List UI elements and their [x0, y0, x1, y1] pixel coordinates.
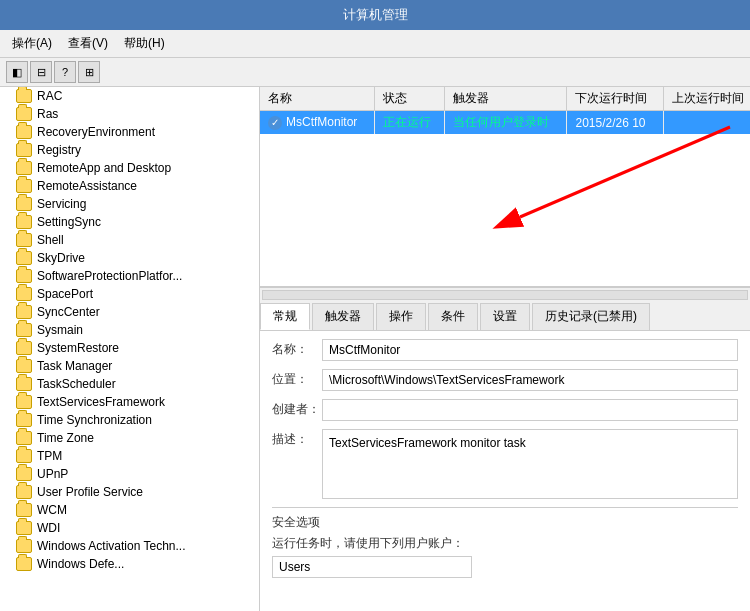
tree-item[interactable]: Time Zone [0, 429, 259, 447]
folder-icon [16, 89, 32, 103]
table-row[interactable]: ✓MsCtfMonitor正在运行当任何用户登录时2015/2/26 10 [260, 111, 750, 135]
tree-item[interactable]: TPM [0, 447, 259, 465]
tree-item-label: RemoteApp and Desktop [37, 161, 171, 175]
desc-row: 描述： TextServicesFramework monitor task [272, 429, 738, 499]
folder-icon [16, 359, 32, 373]
desc-label: 描述： [272, 429, 322, 448]
folder-icon [16, 395, 32, 409]
security-title: 安全选项 [272, 514, 738, 531]
tree-item-label: Time Zone [37, 431, 94, 445]
tree-item[interactable]: SkyDrive [0, 249, 259, 267]
tree-item-label: UPnP [37, 467, 68, 481]
toolbar-btn-1[interactable]: ◧ [6, 61, 28, 83]
tree-item[interactable]: User Profile Service [0, 483, 259, 501]
tree-item[interactable]: WCM [0, 501, 259, 519]
tree-item-label: SettingSync [37, 215, 101, 229]
name-label: 名称： [272, 339, 322, 358]
row-name: ✓MsCtfMonitor [260, 111, 374, 135]
tree-item[interactable]: Time Synchronization [0, 411, 259, 429]
folder-icon [16, 287, 32, 301]
folder-icon [16, 539, 32, 553]
name-row: 名称： MsCtfMonitor [272, 339, 738, 361]
title-bar: 计算机管理 [0, 0, 750, 30]
tree-item-label: Time Synchronization [37, 413, 152, 427]
tree-item[interactable]: RAC [0, 87, 259, 105]
tab-action[interactable]: 操作 [376, 303, 426, 330]
tree-item[interactable]: Registry [0, 141, 259, 159]
tree-item[interactable]: Task Manager [0, 357, 259, 375]
right-panel: 名称 状态 触发器 下次运行时间 上次运行时间 ✓MsCtfMonitor正在运… [260, 87, 750, 611]
folder-icon [16, 377, 32, 391]
toolbar-btn-3[interactable]: ? [54, 61, 76, 83]
tree-item[interactable]: SystemRestore [0, 339, 259, 357]
folder-icon [16, 341, 32, 355]
folder-icon [16, 215, 32, 229]
tree-item-label: TaskScheduler [37, 377, 116, 391]
left-panel: RACRasRecoveryEnvironmentRegistryRemoteA… [0, 87, 260, 611]
tree-item[interactable]: Windows Defe... [0, 555, 259, 573]
folder-icon [16, 485, 32, 499]
tab-settings[interactable]: 设置 [480, 303, 530, 330]
tab-general[interactable]: 常规 [260, 303, 310, 330]
tree-item[interactable]: RemoteAssistance [0, 177, 259, 195]
tree-item-label: SystemRestore [37, 341, 119, 355]
tree-item-label: SkyDrive [37, 251, 85, 265]
folder-icon [16, 413, 32, 427]
tree-item[interactable]: Shell [0, 231, 259, 249]
svg-line-1 [520, 127, 730, 217]
scroll-track[interactable] [262, 290, 748, 300]
tree-item[interactable]: WDI [0, 519, 259, 537]
tree-item-label: RecoveryEnvironment [37, 125, 155, 139]
name-value: MsCtfMonitor [322, 339, 738, 361]
tree-item[interactable]: Ras [0, 105, 259, 123]
tab-condition[interactable]: 条件 [428, 303, 478, 330]
tree-item-label: TPM [37, 449, 62, 463]
tree-item-label: User Profile Service [37, 485, 143, 499]
folder-icon [16, 107, 32, 121]
folder-icon [16, 179, 32, 193]
tree-item[interactable]: UPnP [0, 465, 259, 483]
tree-item[interactable]: SpacePort [0, 285, 259, 303]
col-trigger[interactable]: 触发器 [445, 87, 567, 111]
details-area: 名称： MsCtfMonitor 位置： \Microsoft\Windows\… [260, 331, 750, 611]
tab-history[interactable]: 历史记录(已禁用) [532, 303, 650, 330]
security-text: 运行任务时，请使用下列用户账户： [272, 535, 738, 552]
tree-item[interactable]: RecoveryEnvironment [0, 123, 259, 141]
table-area: 名称 状态 触发器 下次运行时间 上次运行时间 ✓MsCtfMonitor正在运… [260, 87, 750, 287]
menu-action[interactable]: 操作(A) [6, 33, 58, 54]
col-nextrun[interactable]: 下次运行时间 [567, 87, 663, 111]
tree-item-label: Task Manager [37, 359, 112, 373]
tree-item-label: Ras [37, 107, 58, 121]
folder-icon [16, 251, 32, 265]
col-lastrun[interactable]: 上次运行时间 [663, 87, 750, 111]
folder-icon [16, 521, 32, 535]
row-nextrun: 2015/2/26 10 [567, 111, 663, 135]
tree-item[interactable]: Servicing [0, 195, 259, 213]
desc-value: TextServicesFramework monitor task [322, 429, 738, 499]
tree-item[interactable]: SettingSync [0, 213, 259, 231]
toolbar-btn-2[interactable]: ⊟ [30, 61, 52, 83]
tree-item-label: SoftwareProtectionPlatfor... [37, 269, 182, 283]
tree-item[interactable]: Windows Activation Techn... [0, 537, 259, 555]
tree-item-label: RAC [37, 89, 62, 103]
tab-trigger[interactable]: 触发器 [312, 303, 374, 330]
toolbar-btn-4[interactable]: ⊞ [78, 61, 100, 83]
row-lastrun [663, 111, 750, 135]
tree-item[interactable]: SyncCenter [0, 303, 259, 321]
folder-icon [16, 269, 32, 283]
folder-icon [16, 197, 32, 211]
menu-view[interactable]: 查看(V) [62, 33, 114, 54]
tree-item[interactable]: Sysmain [0, 321, 259, 339]
col-name[interactable]: 名称 [260, 87, 374, 111]
tree-item[interactable]: SoftwareProtectionPlatfor... [0, 267, 259, 285]
folder-icon [16, 125, 32, 139]
tree-item[interactable]: TextServicesFramework [0, 393, 259, 411]
tree-item[interactable]: RemoteApp and Desktop [0, 159, 259, 177]
menu-help[interactable]: 帮助(H) [118, 33, 171, 54]
tree-item[interactable]: TaskScheduler [0, 375, 259, 393]
horizontal-scrollbar[interactable] [260, 287, 750, 301]
creator-label: 创建者： [272, 399, 322, 418]
col-status[interactable]: 状态 [374, 87, 444, 111]
row-trigger: 当任何用户登录时 [445, 111, 567, 135]
folder-icon [16, 143, 32, 157]
